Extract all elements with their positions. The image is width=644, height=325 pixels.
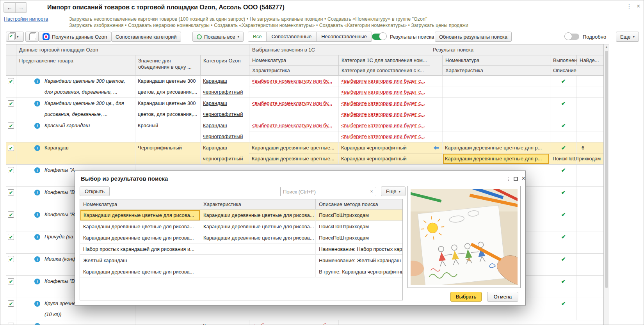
table-row[interactable]: ✔ i Карандаши цветные 300 цв., для рисов… xyxy=(6,98,603,120)
window-close-icon[interactable]: × xyxy=(637,3,640,10)
focused-cell[interactable]: Карандаши деревянные цветные для рисова.… xyxy=(80,210,200,220)
search-result-link[interactable]: Карандаши деревянные цветные для р... xyxy=(445,156,542,162)
header-characteristic-1c[interactable]: Характеристика xyxy=(249,66,339,76)
row-checkbox[interactable]: ✔ xyxy=(8,300,14,307)
vertical-scrollbar[interactable]: ▲ xyxy=(604,44,609,325)
row-checkbox[interactable]: ✔ xyxy=(8,167,14,173)
header-category-match[interactable]: Категория для сопоставления с к... xyxy=(339,66,430,76)
header-done[interactable]: Выполнен xyxy=(550,55,577,66)
get-ozon-data-button[interactable]: Получить данные Ozon xyxy=(38,32,111,42)
pages-check-icon: ✔ xyxy=(9,34,14,40)
more-button[interactable]: Еще ▾ xyxy=(616,32,639,42)
result-row[interactable]: Карандаши деревянные цветные для рисова.… xyxy=(80,266,402,277)
ozon-category-link[interactable]: Карандаш xyxy=(203,78,227,84)
header-nomenclature[interactable]: Номенклатура xyxy=(80,199,200,210)
row-checkbox[interactable]: ✔ xyxy=(8,100,14,107)
set-marks-button[interactable]: ✔ ▾ xyxy=(6,32,24,42)
tab-mapped[interactable]: Сопоставленные xyxy=(266,32,316,41)
choose-category-link[interactable]: <выберите категорию или будет с... xyxy=(341,123,425,128)
result-row[interactable]: Набор простых карандашей для рисования и… xyxy=(80,243,402,255)
header-category-fill[interactable]: Категория 1С для заполнения ном... xyxy=(339,55,430,66)
ozon-category-link[interactable]: Карандаш xyxy=(203,100,227,106)
choose-nomenclature-link[interactable]: <выберите номенклатуру или бу... xyxy=(252,100,332,106)
choose-nomenclature-link[interactable]: <выберите номенклатуру или бу... xyxy=(252,323,332,325)
row-checkbox[interactable]: ✔ xyxy=(8,211,14,218)
import-settings-link[interactable]: Настройки импорта xyxy=(4,16,48,22)
header-found[interactable]: Найде... xyxy=(577,55,603,66)
result-row[interactable]: Карандаши деревянные цветные для рисова.… xyxy=(80,221,402,232)
search-results-toggle[interactable] xyxy=(372,34,386,40)
dialog-maximize-icon[interactable] xyxy=(514,177,518,181)
ozon-category-link[interactable]: Карандаш xyxy=(203,123,227,128)
clear-marks-button[interactable] xyxy=(25,32,39,42)
category-mapping-button[interactable]: Сопоставление категорий xyxy=(111,32,181,42)
detailed-toggle[interactable] xyxy=(565,34,579,40)
ozon-category-link[interactable]: чернографитный xyxy=(203,156,243,162)
ozon-category-link[interactable]: чернографитный xyxy=(203,111,243,117)
header-result-nomenclature[interactable]: Номенклатура xyxy=(443,55,550,66)
product-cell: i xyxy=(16,320,135,325)
header-nomenclature-1c[interactable]: Номенклатура xyxy=(249,55,339,66)
row-checkbox[interactable]: ✔ xyxy=(8,78,14,84)
done-cell: ✔ xyxy=(550,231,577,253)
scrollbar-thumb[interactable] xyxy=(605,51,608,288)
choose-category-link[interactable]: <выберите категорию или будет с... xyxy=(341,78,425,84)
clear-search-icon[interactable]: × xyxy=(367,187,376,196)
header-method[interactable]: Описание метода поиска xyxy=(316,199,402,210)
ozon-category-cell: Крупа гречневая xyxy=(201,320,249,325)
header-result-characteristic[interactable]: Характеристика xyxy=(443,66,550,76)
dialog-more-button[interactable]: Еще ▾ xyxy=(381,186,406,196)
product-name: Красный карандаш xyxy=(16,120,135,131)
dialog-close-icon[interactable]: × xyxy=(521,174,526,183)
tab-all[interactable]: Все xyxy=(248,32,266,41)
choose-category-link[interactable]: <выберите категорию или будет с... xyxy=(341,111,425,117)
table-row[interactable]: ✔ i Карандаши цветные 300 цветов, для ри… xyxy=(6,76,603,98)
detailed-toggle-label: Подробно xyxy=(583,34,606,40)
refresh-results-button[interactable]: Обновить результаты поиска xyxy=(435,32,512,42)
choose-nomenclature-link[interactable]: <выберите номенклатуру или бу... xyxy=(252,78,332,84)
row-checkbox[interactable]: ✔ xyxy=(8,278,14,284)
result-row[interactable]: Желтый карандаш Наименование: Желтый кар… xyxy=(80,255,402,266)
row-checkbox[interactable]: ✔ xyxy=(8,323,14,325)
result-row[interactable]: Карандаши деревянные цветные для рисова.… xyxy=(80,232,402,243)
window-menu-icon[interactable]: ⋮ xyxy=(626,3,632,9)
row-checkbox[interactable]: ✔ xyxy=(8,123,14,129)
header-ozon-category[interactable]: Категория Ozon xyxy=(201,55,249,76)
ozon-category-link[interactable]: чернографитный xyxy=(203,133,243,139)
show-all-button[interactable]: Показать все ▾ xyxy=(192,32,244,42)
choose-category-link[interactable]: <выберите категорию или будет с... xyxy=(341,133,425,139)
tab-unmapped[interactable]: Несопоставленные xyxy=(316,32,372,41)
ozon-category-link[interactable]: Крупа гречневая xyxy=(203,323,242,325)
apply-left-arrow-icon[interactable] xyxy=(433,146,439,150)
row-checkbox[interactable]: ✔ xyxy=(8,189,14,195)
choose-nomenclature-link[interactable]: <выберите номенклатуру или бу... xyxy=(252,123,332,128)
info-icon[interactable]: i xyxy=(34,323,40,325)
back-button[interactable]: ← xyxy=(4,3,15,12)
search-result-link[interactable]: Карандаши деревянные цветные для р... xyxy=(445,145,542,151)
header-product[interactable]: Представление товара xyxy=(16,55,135,76)
cancel-button[interactable]: Отмена xyxy=(487,292,518,302)
header-characteristic[interactable]: Характеристика xyxy=(200,199,316,210)
done-cell: ✔ xyxy=(550,276,577,298)
result-method: В группе: Карандаш чернографитный xyxy=(316,266,402,277)
select-button[interactable]: Выбрать xyxy=(450,292,482,302)
scroll-up-icon[interactable]: ▲ xyxy=(604,45,609,49)
table-row[interactable]: ✔ i Крупа гречневая <выберите номенклату… xyxy=(6,320,603,325)
row-checkbox[interactable]: ✔ xyxy=(8,256,14,262)
focused-result-cell[interactable]: Карандаши деревянные цветные для р... xyxy=(443,154,549,164)
dialog-menu-icon[interactable]: ⋮ xyxy=(506,176,511,182)
header-description[interactable]: Описание xyxy=(550,66,603,76)
row-checkbox[interactable]: ✔ xyxy=(8,145,14,151)
forward-button[interactable]: → xyxy=(15,3,27,12)
result-row-selected[interactable]: Карандаши деревянные цветные для рисова.… xyxy=(80,210,402,221)
ozon-category-link[interactable]: Карандаш xyxy=(203,145,227,151)
header-merge-value[interactable]: Значение для объединения в одну ... xyxy=(135,55,201,76)
search-input[interactable] xyxy=(281,187,367,196)
table-row-selected[interactable]: ✔ i Карандаш Черногрифильный Карандаш че… xyxy=(6,142,603,165)
choose-category-link[interactable]: <выберите категорию или будет с... xyxy=(341,100,425,106)
table-row[interactable]: ✔ i Красный карандаш Красный Карандаш че… xyxy=(6,120,603,142)
open-button[interactable]: Открыть xyxy=(80,186,110,196)
ozon-category-link[interactable]: чернографитный xyxy=(203,89,243,95)
row-checkbox[interactable]: ✔ xyxy=(8,234,14,240)
choose-category-link[interactable]: <выберите категорию или будет с... xyxy=(341,89,425,95)
